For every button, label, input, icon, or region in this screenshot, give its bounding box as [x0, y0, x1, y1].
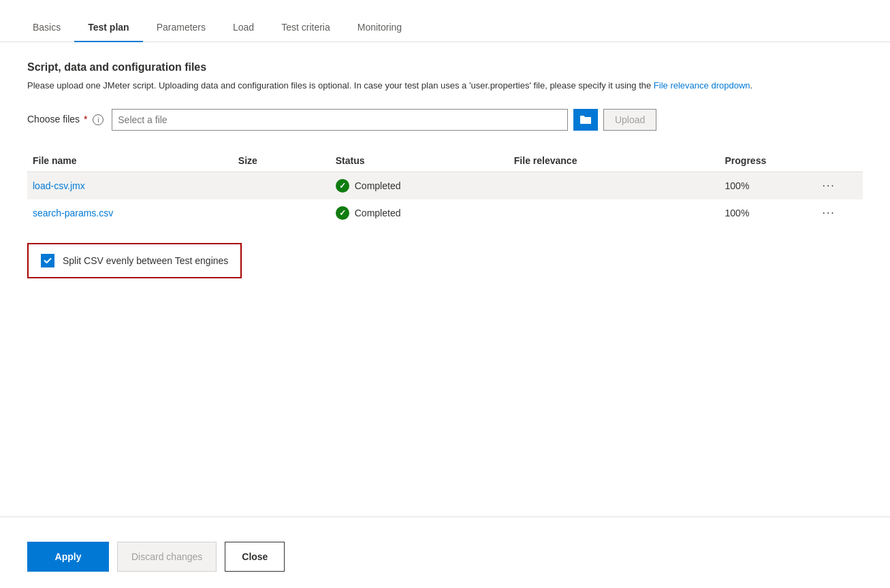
- choose-files-row: Choose files * i Upload: [27, 109, 863, 131]
- folder-icon: [579, 114, 592, 125]
- cell-relevance-2: [506, 199, 717, 227]
- tabs-container: Basics Test plan Parameters Load Test cr…: [0, 0, 890, 42]
- footer-divider: [0, 517, 890, 517]
- desc-text-3: .: [750, 80, 753, 91]
- choose-files-label: Choose files * i: [27, 114, 104, 126]
- tab-basics[interactable]: Basics: [27, 14, 74, 42]
- file-input-wrapper: Upload: [112, 109, 656, 131]
- cell-status-1: ✓ Completed: [328, 172, 506, 199]
- content-area: Script, data and configuration files Ple…: [0, 42, 890, 517]
- status-text-1: Completed: [355, 180, 401, 191]
- checkbox-label: Split CSV evenly between Test engines: [63, 255, 228, 266]
- desc-text-1: Please upload one JMeter script. Uploadi…: [27, 80, 466, 91]
- col-header-relevance: File relevance: [506, 150, 717, 172]
- required-star: *: [81, 114, 87, 125]
- more-options-icon-1[interactable]: ···: [822, 180, 835, 191]
- file-select-input[interactable]: [112, 109, 568, 131]
- more-options-icon-2[interactable]: ···: [822, 207, 835, 218]
- choose-files-text: Choose files: [27, 114, 80, 125]
- split-csv-checkbox-section[interactable]: Split CSV evenly between Test engines: [27, 243, 242, 278]
- table-row: load-csv.jmx ✓ Completed 100% ···: [27, 172, 863, 199]
- page-container: Basics Test plan Parameters Load Test cr…: [0, 0, 890, 588]
- checkmark-icon: [44, 257, 52, 265]
- col-header-status: Status: [328, 150, 506, 172]
- file-link-1[interactable]: load-csv.jmx: [33, 180, 85, 191]
- file-link-2[interactable]: search-params.csv: [33, 208, 113, 218]
- file-relevance-link[interactable]: File relevance dropdown: [654, 80, 750, 91]
- checkbox-icon: [41, 254, 54, 267]
- file-browse-button[interactable]: [573, 109, 598, 131]
- cell-actions-1: ···: [814, 172, 863, 199]
- tab-parameters[interactable]: Parameters: [143, 14, 219, 42]
- cell-size-1: [230, 172, 328, 199]
- footer-area: Apply Discard changes Close: [0, 531, 890, 588]
- col-header-filename: File name: [27, 150, 230, 172]
- upload-button[interactable]: Upload: [603, 109, 656, 131]
- apply-button[interactable]: Apply: [27, 542, 109, 572]
- files-table: File name Size Status File relevance Pro…: [27, 150, 863, 227]
- info-icon[interactable]: i: [93, 114, 104, 125]
- table-row: search-params.csv ✓ Completed 100% ···: [27, 199, 863, 227]
- col-header-progress: Progress: [717, 150, 814, 172]
- tab-test-criteria[interactable]: Test criteria: [268, 14, 344, 42]
- discard-changes-button[interactable]: Discard changes: [117, 542, 217, 572]
- close-button[interactable]: Close: [225, 542, 285, 572]
- cell-size-2: [230, 199, 328, 227]
- desc-text-2: 'user.properties' file, please specify i…: [469, 80, 654, 91]
- status-text-2: Completed: [355, 208, 401, 218]
- cell-filename-2: search-params.csv: [27, 199, 230, 227]
- col-header-size: Size: [230, 150, 328, 172]
- tab-load[interactable]: Load: [219, 14, 268, 42]
- col-header-actions: [814, 150, 863, 172]
- cell-progress-1: 100%: [717, 172, 814, 199]
- cell-actions-2: ···: [814, 199, 863, 227]
- cell-filename-1: load-csv.jmx: [27, 172, 230, 199]
- cell-progress-2: 100%: [717, 199, 814, 227]
- check-icon-2: ✓: [336, 206, 349, 220]
- tab-monitoring[interactable]: Monitoring: [344, 14, 415, 42]
- tab-test-plan[interactable]: Test plan: [74, 14, 142, 42]
- cell-status-2: ✓ Completed: [328, 199, 506, 227]
- section-title: Script, data and configuration files: [27, 61, 863, 74]
- section-description: Please upload one JMeter script. Uploadi…: [27, 79, 776, 93]
- check-icon-1: ✓: [336, 179, 349, 193]
- cell-relevance-1: [506, 172, 717, 199]
